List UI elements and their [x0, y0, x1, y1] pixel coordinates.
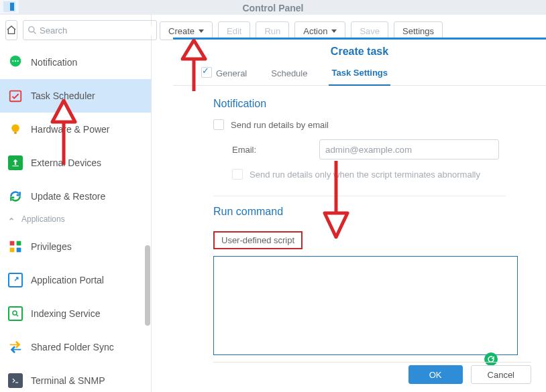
svg-rect-13 [10, 248, 15, 253]
sidebar-apps: Privileges Application Portal Indexing S… [0, 230, 151, 392]
sidebar-item-terminal-snmp[interactable]: Terminal & SNMP [0, 364, 151, 392]
svg-point-2 [29, 27, 34, 32]
home-button[interactable] [5, 20, 17, 40]
sidebar-item-label: Task Scheduler [31, 90, 95, 101]
search-input[interactable] [40, 25, 152, 36]
create-task-panel: Create task General Schedule Task Settin… [173, 38, 546, 392]
sidebar-item-indexing-service[interactable]: Indexing Service [0, 297, 151, 330]
sidebar-item-label: Hardware & Power [31, 124, 110, 135]
svg-point-8 [11, 125, 19, 133]
email-input[interactable] [319, 139, 499, 159]
cancel-button[interactable]: Cancel [471, 365, 531, 384]
sidebar-item-hardware-power[interactable]: Hardware & Power [0, 113, 151, 146]
sidebar-item-application-portal[interactable]: Application Portal [0, 263, 151, 297]
section-label: Applications [21, 214, 65, 224]
sidebar-item-update-restore[interactable]: Update & Restore [0, 180, 151, 208]
sidebar-section-applications[interactable]: Applications [0, 208, 151, 230]
script-textarea[interactable] [213, 256, 518, 355]
sidebar-item-shared-folder-sync[interactable]: Shared Folder Sync [0, 330, 151, 364]
svg-rect-14 [17, 248, 21, 253]
checkbox-abnormal-only [232, 169, 243, 180]
svg-rect-7 [10, 91, 21, 102]
sidebar-item-label: Update & Restore [31, 191, 105, 202]
content-area: Create Edit Run Action Save Settings Cre… [152, 15, 546, 392]
sidebar-item-label: Application Portal [31, 275, 104, 285]
tab-task-settings[interactable]: Task Settings [329, 68, 390, 86]
tab-general[interactable]: General [213, 68, 250, 85]
grammarly-icon[interactable] [484, 352, 498, 366]
caret-down-icon [331, 29, 337, 33]
sidebar-item-notification[interactable]: Notification [0, 46, 151, 79]
label-abnormal-only: Send run details only when the script te… [250, 170, 480, 180]
panel-footer: OK Cancel [408, 365, 531, 384]
bulb-icon [8, 122, 23, 137]
window-titlebar: Control Panel [0, 0, 546, 15]
sidebar-nav: Notification Task Scheduler Hardware & P… [0, 46, 151, 208]
svg-point-4 [12, 60, 13, 62]
search-input-wrap[interactable] [23, 20, 157, 40]
section-run-command-heading: Run command [213, 206, 506, 218]
tabs: General Schedule Task Settings [173, 63, 546, 86]
magnifier-icon [8, 306, 23, 321]
label-send-details: Send run details by email [231, 120, 329, 130]
sidebar-item-label: Terminal & SNMP [31, 375, 105, 386]
upload-icon [8, 155, 23, 170]
sidebar-item-label: External Devices [31, 157, 101, 168]
svg-rect-11 [10, 241, 15, 246]
sidebar: Notification Task Scheduler Hardware & P… [0, 15, 152, 392]
label-email: Email: [232, 145, 313, 155]
ok-button[interactable]: OK [408, 365, 463, 384]
calendar-check-icon [8, 88, 23, 103]
caret-down-icon [199, 29, 204, 33]
sidebar-item-label: Privileges [31, 241, 72, 252]
svg-point-5 [15, 60, 16, 62]
footer-divider [213, 362, 531, 363]
speech-bubble-icon [8, 55, 23, 70]
tab-schedule[interactable]: Schedule [268, 68, 310, 85]
window-icon [0, 0, 19, 13]
sidebar-item-external-devices[interactable]: External Devices [0, 146, 151, 180]
sidebar-item-label: Shared Folder Sync [31, 342, 114, 352]
svg-point-15 [13, 311, 17, 315]
panel-title: Create task [173, 38, 546, 63]
svg-rect-10 [12, 166, 18, 166]
label-user-defined-script: User-defined script [213, 231, 303, 249]
home-icon [6, 25, 17, 36]
chevron-up-icon [8, 216, 15, 222]
grid-icon [8, 239, 23, 254]
search-icon [28, 25, 37, 35]
svg-rect-1 [10, 3, 14, 11]
svg-point-6 [17, 60, 19, 62]
svg-rect-12 [17, 241, 21, 246]
sidebar-item-label: Notification [31, 57, 77, 68]
section-notification-heading: Notification [213, 98, 506, 110]
sidebar-item-task-scheduler[interactable]: Task Scheduler [0, 79, 151, 113]
svg-rect-9 [14, 132, 16, 134]
sidebar-scrollbar[interactable] [145, 245, 150, 366]
terminal-icon [8, 373, 23, 388]
window-title: Control Panel [242, 3, 303, 13]
sync-arrows-icon [8, 340, 23, 354]
sidebar-item-privileges[interactable]: Privileges [0, 230, 151, 263]
external-link-icon [8, 273, 23, 287]
sidebar-item-label: Indexing Service [31, 308, 101, 319]
enabled-checkbox[interactable] [201, 67, 212, 78]
checkbox-send-details[interactable] [213, 119, 224, 130]
refresh-icon [8, 189, 23, 204]
